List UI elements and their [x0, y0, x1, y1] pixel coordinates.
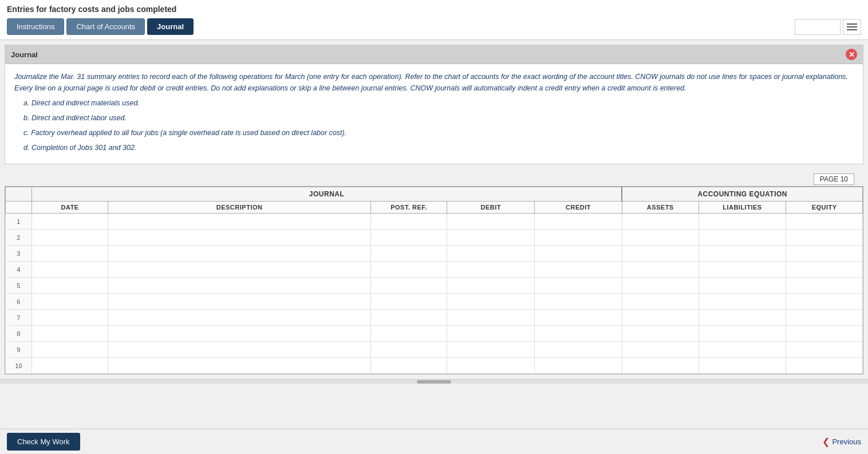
debit-cell[interactable]: [447, 294, 535, 310]
journal-instructions: Journalize the Mar. 31 summary entries t…: [5, 64, 863, 164]
equity-cell: [786, 342, 863, 358]
credit-cell[interactable]: [535, 214, 622, 230]
column-header-row: DATE DESCRIPTION POST. REF. DEBIT CREDIT…: [6, 202, 863, 214]
credit-cell[interactable]: [535, 294, 622, 310]
col-header-description: DESCRIPTION: [108, 202, 370, 214]
date-cell[interactable]: [31, 246, 108, 262]
liabilities-cell: [699, 326, 786, 342]
equity-cell: [786, 262, 863, 278]
date-cell[interactable]: [31, 326, 108, 342]
description-cell[interactable]: [108, 342, 370, 358]
section-header-row: JOURNAL ACCOUNTING EQUATION: [6, 187, 863, 202]
instruction-item-c: c. Factory overhead applied to all four …: [23, 127, 854, 139]
liabilities-cell: [699, 278, 786, 294]
date-cell[interactable]: [31, 294, 108, 310]
postref-cell[interactable]: [370, 278, 447, 294]
description-cell[interactable]: [108, 358, 370, 374]
debit-cell[interactable]: [447, 310, 535, 326]
row-number: 6: [6, 294, 32, 310]
date-cell[interactable]: [31, 278, 108, 294]
description-cell[interactable]: [108, 262, 370, 278]
credit-cell[interactable]: [535, 262, 622, 278]
assets-cell: [622, 326, 699, 342]
credit-cell[interactable]: [535, 246, 622, 262]
postref-cell[interactable]: [370, 342, 447, 358]
debit-cell[interactable]: [447, 246, 535, 262]
journal-panel-title: Journal: [11, 50, 38, 59]
debit-cell[interactable]: [447, 262, 535, 278]
liabilities-cell: [699, 214, 786, 230]
col-header-credit: CREDIT: [535, 202, 622, 214]
tab-journal[interactable]: Journal: [147, 18, 194, 35]
col-header-date: DATE: [31, 202, 108, 214]
date-cell[interactable]: [31, 262, 108, 278]
table-row: 10: [6, 358, 863, 374]
description-cell[interactable]: [108, 310, 370, 326]
page-label-area: PAGE 10: [5, 169, 863, 186]
credit-cell[interactable]: [535, 278, 622, 294]
page-number: PAGE 10: [814, 173, 854, 185]
table-row: 6: [6, 294, 863, 310]
menu-button[interactable]: [843, 19, 861, 35]
col-header-assets: ASSETS: [622, 202, 699, 214]
postref-cell[interactable]: [370, 326, 447, 342]
postref-cell[interactable]: [370, 310, 447, 326]
postref-cell[interactable]: [370, 230, 447, 246]
description-cell[interactable]: [108, 326, 370, 342]
credit-cell[interactable]: [535, 230, 622, 246]
equity-cell: [786, 326, 863, 342]
date-cell[interactable]: [31, 214, 108, 230]
tab-chart-of-accounts[interactable]: Chart of Accounts: [66, 18, 145, 35]
horizontal-scrollbar[interactable]: [0, 379, 868, 384]
page-title: Entries for factory costs and jobs compl…: [7, 5, 861, 14]
debit-cell[interactable]: [447, 278, 535, 294]
credit-cell[interactable]: [535, 310, 622, 326]
postref-cell[interactable]: [370, 358, 447, 374]
assets-cell: [622, 214, 699, 230]
tab-instructions[interactable]: Instructions: [7, 18, 64, 35]
col-header-equity: EQUITY: [786, 202, 863, 214]
equity-cell: [786, 214, 863, 230]
table-row: 1: [6, 214, 863, 230]
description-cell[interactable]: [108, 278, 370, 294]
journal-panel-header: Journal ✕: [5, 45, 863, 64]
instruction-item-b: b. Direct and indirect labor used.: [23, 112, 854, 124]
date-cell[interactable]: [31, 230, 108, 246]
col-header-rownum: [6, 202, 32, 214]
description-cell[interactable]: [108, 246, 370, 262]
assets-cell: [622, 262, 699, 278]
close-button[interactable]: ✕: [846, 49, 857, 60]
debit-cell[interactable]: [447, 214, 535, 230]
postref-cell[interactable]: [370, 262, 447, 278]
liabilities-cell: [699, 358, 786, 374]
debit-cell[interactable]: [447, 230, 535, 246]
credit-cell[interactable]: [535, 326, 622, 342]
debit-cell[interactable]: [447, 342, 535, 358]
date-cell[interactable]: [31, 358, 108, 374]
table-row: 9: [6, 342, 863, 358]
equity-cell: [786, 294, 863, 310]
description-cell[interactable]: [108, 214, 370, 230]
debit-cell[interactable]: [447, 358, 535, 374]
postref-cell[interactable]: [370, 214, 447, 230]
table-row: 5: [6, 278, 863, 294]
date-cell[interactable]: [31, 342, 108, 358]
credit-cell[interactable]: [535, 342, 622, 358]
liabilities-cell: [699, 310, 786, 326]
journal-panel: Journal ✕ Journalize the Mar. 31 summary…: [5, 45, 863, 164]
debit-cell[interactable]: [447, 326, 535, 342]
credit-cell[interactable]: [535, 358, 622, 374]
assets-cell: [622, 310, 699, 326]
description-cell[interactable]: [108, 230, 370, 246]
row-number: 2: [6, 230, 32, 246]
liabilities-cell: [699, 342, 786, 358]
search-input[interactable]: [795, 19, 841, 35]
postref-cell[interactable]: [370, 294, 447, 310]
date-cell[interactable]: [31, 310, 108, 326]
instruction-paragraph: Journalize the Mar. 31 summary entries t…: [14, 71, 854, 94]
description-cell[interactable]: [108, 294, 370, 310]
liabilities-cell: [699, 262, 786, 278]
assets-cell: [622, 358, 699, 374]
assets-cell: [622, 342, 699, 358]
postref-cell[interactable]: [370, 246, 447, 262]
